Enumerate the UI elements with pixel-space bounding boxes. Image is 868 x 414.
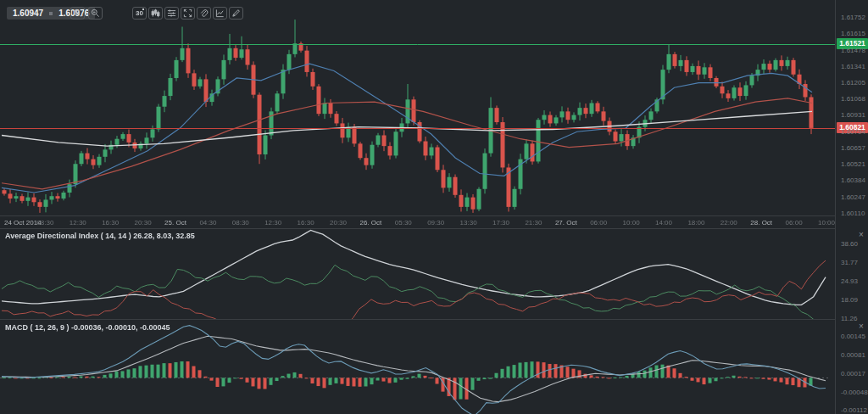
time-axis-label: 12:30 [264,219,281,227]
expand-icon [183,8,192,18]
price-axis-tick: 1.60110 [841,210,865,217]
price-axis-tick: 1.60931 [841,111,865,119]
bid-price-button[interactable]: 1.60947 [13,8,43,18]
time-axis-label: 28. Oct [750,219,772,227]
candlestick-icon [151,8,160,18]
line-chart-icon [215,8,225,18]
adx-axis-tick: 24.93 [841,277,858,285]
time-axis-label: 10:00 [623,219,640,227]
macd-panel-title: MACD ( 12, 26, 9 ) -0.00036, -0.00010, -… [5,323,170,332]
macd-axis-tick: -0.00112 [841,406,867,414]
time-axis-label: 06:00 [786,219,803,227]
time-axis-label: 06:00 [590,219,607,227]
time-axis-label: 08:30 [232,219,249,227]
pencil-icon [231,8,241,18]
indicators-button[interactable] [164,7,179,20]
time-axis-label: 04:30 [199,219,216,227]
adx-axis-tick: 38.60 [841,240,858,248]
compare-button[interactable] [213,7,227,20]
time-axis-label: 25. Oct [164,219,186,227]
macd-axis-tick: 0.00081 [841,351,865,359]
zoom-toolbar [70,7,103,20]
indicators-icon [167,8,176,18]
pane-divider [0,319,835,320]
price-axis-tick: 1.61478 [841,47,865,54]
macd-axis-tick: 0.00145 [841,333,865,340]
time-axis-label: 08:30 [36,219,53,227]
paperclip-icon [199,8,209,18]
price-axis-tick: 1.60794 [841,128,865,136]
adx-panel-canvas[interactable] [0,228,835,319]
time-axis-label: 17:30 [492,219,509,227]
time-axis-label: 20:30 [330,219,347,227]
time-axis-label: 13:30 [460,219,477,227]
interval-marker-icon [142,8,144,10]
price-axis-tick: 1.60657 [841,144,865,152]
time-axis-label: 27. Oct [555,219,577,227]
draw-button[interactable] [229,7,243,20]
time-axis-label: 18:00 [687,219,704,227]
adx-close-button[interactable]: × [856,230,866,240]
time-axis-label: 16:30 [102,219,119,227]
pane-divider [0,228,835,229]
price-axis[interactable]: 1.61521 1.60821 × × 1.617521.616151.6147… [835,0,868,414]
price-axis-tick: 1.61752 [841,14,865,21]
zoom-out-button[interactable] [88,7,103,20]
zoom-in-button[interactable] [70,7,85,20]
adx-panel-title: Average Directional Index ( 14, 14 ) 26.… [5,232,195,240]
price-axis-tick: 1.61341 [841,63,865,70]
chart-toolbar: 30 [132,7,243,20]
spread-separator [49,12,53,15]
zoom-out-icon [91,8,100,18]
time-axis-label: 24 Oct 2014 [4,219,42,227]
interval-button[interactable]: 30 [132,7,147,20]
time-axis-label: 12:30 [70,219,86,227]
time-axis-label: 05:30 [395,219,412,227]
time-axis-label: 20:30 [135,219,152,227]
macd-axis-tick: -0.00048 [841,389,868,396]
time-axis-label: 26. Oct [359,219,381,227]
macd-close-button[interactable]: × [856,322,866,332]
price-axis-tick: 1.61205 [841,79,865,87]
time-axis-label: 16:30 [298,219,314,227]
time-axis-label: 22:00 [721,219,737,227]
price-axis-tick: 1.60384 [841,176,865,184]
adx-axis-tick: 11.26 [841,315,857,322]
macd-axis-tick: 0.00017 [841,370,865,378]
price-axis-tick: 1.61068 [841,95,865,103]
adx-axis-tick: 31.77 [841,259,858,266]
price-axis-tick: 1.60247 [841,193,865,201]
time-axis-label: 09:30 [427,219,444,227]
adx-axis-tick: 18.09 [841,296,858,304]
zoom-in-icon [73,8,82,18]
trading-chart-window: 1.60947 1.60976 30 [0,0,868,414]
attach-button[interactable] [197,7,211,20]
time-axis[interactable]: 24 Oct 201408:3012:3016:3020:3025. Oct04… [0,215,868,228]
price-chart-canvas[interactable] [0,0,835,215]
price-axis-tick: 1.60521 [841,160,865,168]
price-axis-tick: 1.61615 [841,30,865,37]
time-axis-label: 10:00 [818,219,835,227]
time-axis-label: 14:00 [655,219,672,227]
expand-button[interactable] [181,7,195,20]
chart-style-button[interactable] [148,7,163,20]
macd-panel-canvas[interactable] [0,319,835,414]
interval-label: 30 [136,9,143,17]
time-axis-label: 21:30 [525,219,542,227]
